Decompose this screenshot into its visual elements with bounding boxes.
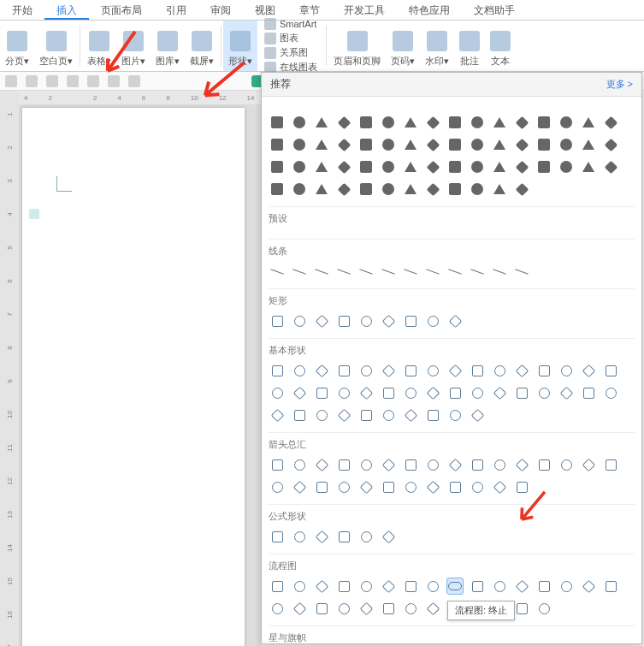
ribbon-水印▾-button[interactable]: 水印▾ bbox=[420, 21, 454, 71]
shape-item[interactable] bbox=[313, 384, 330, 401]
shape-item[interactable] bbox=[313, 158, 330, 175]
shape-item[interactable] bbox=[357, 406, 375, 424]
shape-item[interactable] bbox=[269, 600, 286, 617]
shape-item[interactable] bbox=[380, 528, 397, 545]
shape-item[interactable] bbox=[335, 578, 352, 595]
shape-item[interactable] bbox=[491, 114, 508, 131]
qat-icon[interactable] bbox=[128, 75, 140, 87]
shape-item[interactable] bbox=[380, 578, 397, 595]
shape-item[interactable] bbox=[269, 158, 286, 175]
shape-item[interactable] bbox=[291, 362, 308, 379]
shape-item[interactable] bbox=[491, 384, 508, 401]
shape-item[interactable] bbox=[491, 263, 508, 280]
shape-item[interactable] bbox=[313, 136, 330, 153]
ribbon-inline-图表[interactable]: 图表 bbox=[264, 32, 298, 44]
ribbon-页码▾-button[interactable]: 页码▾ bbox=[386, 21, 420, 71]
shape-item[interactable] bbox=[313, 263, 330, 280]
shape-item[interactable] bbox=[469, 158, 486, 175]
shape-item[interactable] bbox=[513, 384, 530, 401]
qat-icon[interactable] bbox=[87, 75, 99, 87]
shape-item[interactable] bbox=[558, 136, 575, 153]
shape-item[interactable] bbox=[580, 578, 597, 595]
tab-文档助手[interactable]: 文档助手 bbox=[462, 0, 527, 20]
shape-item[interactable] bbox=[357, 384, 375, 401]
ribbon-表格▾-button[interactable]: 表格▾ bbox=[82, 21, 116, 71]
shape-item[interactable] bbox=[602, 136, 619, 153]
shape-item[interactable] bbox=[313, 456, 330, 473]
shape-item[interactable] bbox=[291, 478, 308, 495]
ribbon-分页▾-button[interactable]: 分页▾ bbox=[0, 21, 34, 71]
shape-item[interactable] bbox=[291, 578, 308, 595]
shape-item[interactable] bbox=[402, 114, 419, 131]
shape-item[interactable] bbox=[380, 181, 397, 198]
tab-引用[interactable]: 引用 bbox=[154, 0, 198, 20]
shape-item[interactable] bbox=[269, 478, 286, 495]
shape-item[interactable] bbox=[446, 263, 464, 280]
tab-插入[interactable]: 插入 bbox=[44, 0, 89, 20]
shape-item[interactable] bbox=[580, 456, 597, 473]
shape-item[interactable] bbox=[402, 158, 419, 175]
shape-item[interactable] bbox=[291, 600, 308, 617]
shape-item[interactable] bbox=[535, 384, 552, 401]
qat-icon[interactable] bbox=[108, 75, 120, 87]
shape-item[interactable] bbox=[380, 406, 397, 424]
shape-item[interactable] bbox=[491, 362, 508, 379]
shape-item[interactable] bbox=[513, 158, 530, 175]
shape-item[interactable] bbox=[513, 478, 530, 495]
shape-item[interactable] bbox=[469, 384, 486, 401]
shape-item[interactable] bbox=[313, 312, 330, 329]
shape-item[interactable] bbox=[380, 456, 397, 473]
shape-item[interactable] bbox=[313, 528, 330, 545]
shape-item[interactable] bbox=[513, 600, 530, 617]
shape-item[interactable] bbox=[291, 406, 308, 424]
ribbon-文本-button[interactable]: 文本 bbox=[485, 21, 516, 71]
shape-item[interactable] bbox=[357, 312, 375, 329]
shape-item[interactable] bbox=[380, 158, 397, 175]
shape-item[interactable] bbox=[357, 114, 375, 131]
ribbon-空白页▾-button[interactable]: 空白页▾ bbox=[34, 21, 78, 71]
shape-item[interactable] bbox=[424, 136, 441, 153]
shape-item[interactable] bbox=[513, 136, 530, 153]
shape-item[interactable] bbox=[269, 456, 286, 473]
ribbon-inline-关系图[interactable]: 关系图 bbox=[264, 46, 308, 59]
shape-item[interactable] bbox=[424, 114, 441, 131]
shape-item[interactable] bbox=[402, 384, 419, 401]
shape-item[interactable] bbox=[424, 578, 441, 595]
tab-开发工具[interactable]: 开发工具 bbox=[332, 0, 397, 20]
shape-item[interactable] bbox=[269, 406, 286, 424]
shape-item[interactable] bbox=[357, 181, 375, 198]
tab-章节[interactable]: 章节 bbox=[287, 0, 332, 20]
tab-页面布局[interactable]: 页面布局 bbox=[89, 0, 154, 20]
shape-item[interactable] bbox=[424, 456, 441, 473]
shape-item[interactable] bbox=[357, 600, 375, 617]
shape-item[interactable] bbox=[446, 362, 464, 379]
shape-item[interactable] bbox=[424, 384, 441, 401]
shape-item[interactable] bbox=[402, 478, 419, 495]
shape-item[interactable] bbox=[446, 181, 464, 198]
ribbon-inline-SmartArt[interactable]: SmartArt bbox=[264, 18, 316, 30]
shape-item[interactable] bbox=[469, 114, 486, 131]
shape-item[interactable] bbox=[335, 456, 352, 473]
shape-item[interactable] bbox=[491, 158, 508, 175]
shape-item[interactable]: 流程图: 终止 bbox=[446, 578, 464, 595]
shape-item[interactable] bbox=[313, 600, 330, 617]
shape-item[interactable] bbox=[446, 456, 464, 473]
shape-item[interactable] bbox=[491, 456, 508, 473]
shape-item[interactable] bbox=[469, 362, 486, 379]
shape-item[interactable] bbox=[291, 384, 308, 401]
shape-item[interactable] bbox=[535, 114, 552, 131]
shape-item[interactable] bbox=[469, 263, 486, 280]
shape-item[interactable] bbox=[469, 406, 486, 424]
shape-item[interactable] bbox=[535, 362, 552, 379]
ribbon-图库▾-button[interactable]: 图库▾ bbox=[151, 21, 185, 71]
tab-视图[interactable]: 视图 bbox=[243, 0, 287, 20]
shape-item[interactable] bbox=[291, 456, 308, 473]
shape-item[interactable] bbox=[424, 362, 441, 379]
shape-item[interactable] bbox=[424, 158, 441, 175]
ribbon-批注-button[interactable]: 批注 bbox=[454, 21, 485, 71]
shape-item[interactable] bbox=[446, 136, 464, 153]
shape-item[interactable] bbox=[380, 478, 397, 495]
shape-item[interactable] bbox=[313, 578, 330, 595]
shape-item[interactable] bbox=[402, 406, 419, 424]
shape-item[interactable] bbox=[291, 312, 308, 329]
